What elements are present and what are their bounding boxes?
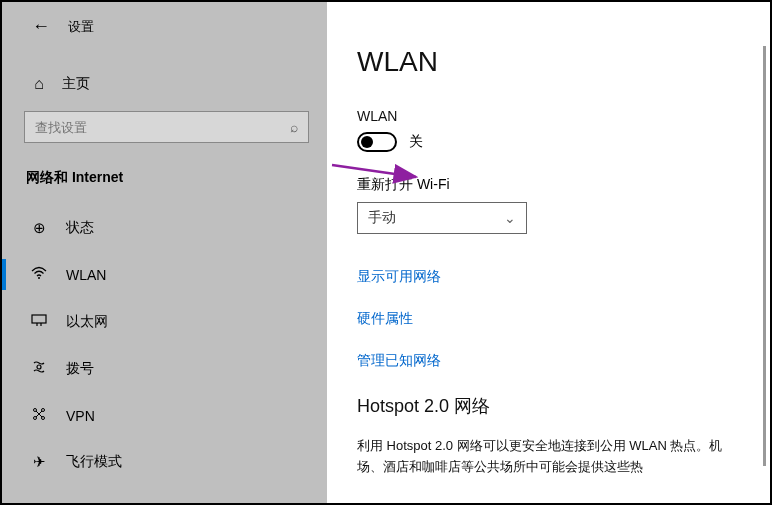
nav-item-ethernet[interactable]: 以太网 <box>2 298 327 345</box>
home-icon: ⌂ <box>30 75 48 93</box>
svg-rect-5 <box>32 315 46 323</box>
sidebar: ← 设置 ⌂ 主页 ⌕ 网络和 Internet ⊕ 状态 WLAN <box>2 2 327 503</box>
nav-label: 拨号 <box>66 360 94 378</box>
home-label: 主页 <box>62 75 90 93</box>
nav-label: 以太网 <box>66 313 108 331</box>
airplane-icon: ✈ <box>30 453 48 471</box>
hotspot-body: 利用 Hotspot 2.0 网络可以更安全地连接到公用 WLAN 热点。机场、… <box>357 436 737 478</box>
status-icon: ⊕ <box>30 219 48 237</box>
link-manage-known[interactable]: 管理已知网络 <box>357 352 770 370</box>
search-icon: ⌕ <box>290 119 298 135</box>
search-input-wrap[interactable]: ⌕ <box>24 111 309 143</box>
nav-label: VPN <box>66 408 95 424</box>
content-pane: WLAN WLAN 关 重新打开 Wi-Fi 手动 ⌄ 显示可用网络 硬件属性 … <box>327 2 770 503</box>
page-heading: WLAN <box>357 46 770 78</box>
wlan-toggle[interactable] <box>357 132 397 152</box>
vpn-icon <box>30 406 48 425</box>
wlan-toggle-label: WLAN <box>357 108 770 124</box>
settings-window: ← 设置 ⌂ 主页 ⌕ 网络和 Internet ⊕ 状态 WLAN <box>0 0 772 505</box>
dropdown-value: 手动 <box>368 209 396 227</box>
wlan-toggle-row: 关 <box>357 132 770 152</box>
back-icon[interactable]: ← <box>32 16 50 37</box>
nav-item-dialup[interactable]: 拨号 <box>2 345 327 392</box>
wlan-toggle-state: 关 <box>409 133 423 151</box>
nav-item-vpn[interactable]: VPN <box>2 392 327 439</box>
svg-point-4 <box>38 277 40 279</box>
reconnect-dropdown[interactable]: 手动 ⌄ <box>357 202 527 234</box>
hotspot-heading: Hotspot 2.0 网络 <box>357 394 770 418</box>
scrollbar[interactable] <box>763 46 766 466</box>
nav-item-wlan[interactable]: WLAN <box>2 251 327 298</box>
nav-label: 飞行模式 <box>66 453 122 471</box>
ethernet-icon <box>30 312 48 331</box>
reconnect-label: 重新打开 Wi-Fi <box>357 176 770 194</box>
sidebar-header: ← 设置 <box>2 2 327 37</box>
section-title: 网络和 Internet <box>2 143 327 187</box>
dialup-icon <box>30 359 48 378</box>
wifi-icon <box>30 265 48 284</box>
chevron-down-icon: ⌄ <box>504 210 516 226</box>
nav-label: WLAN <box>66 267 106 283</box>
nav-label: 状态 <box>66 219 94 237</box>
link-show-networks[interactable]: 显示可用网络 <box>357 268 770 286</box>
app-title: 设置 <box>68 18 94 36</box>
nav-item-airplane[interactable]: ✈ 飞行模式 <box>2 439 327 485</box>
links-group: 显示可用网络 硬件属性 管理已知网络 <box>357 268 770 370</box>
toggle-knob <box>361 136 373 148</box>
svg-point-8 <box>37 365 41 369</box>
home-nav[interactable]: ⌂ 主页 <box>2 37 327 93</box>
search-input[interactable] <box>35 120 290 135</box>
link-hardware-props[interactable]: 硬件属性 <box>357 310 770 328</box>
nav-list: ⊕ 状态 WLAN 以太网 拨号 <box>2 205 327 485</box>
nav-item-status[interactable]: ⊕ 状态 <box>2 205 327 251</box>
